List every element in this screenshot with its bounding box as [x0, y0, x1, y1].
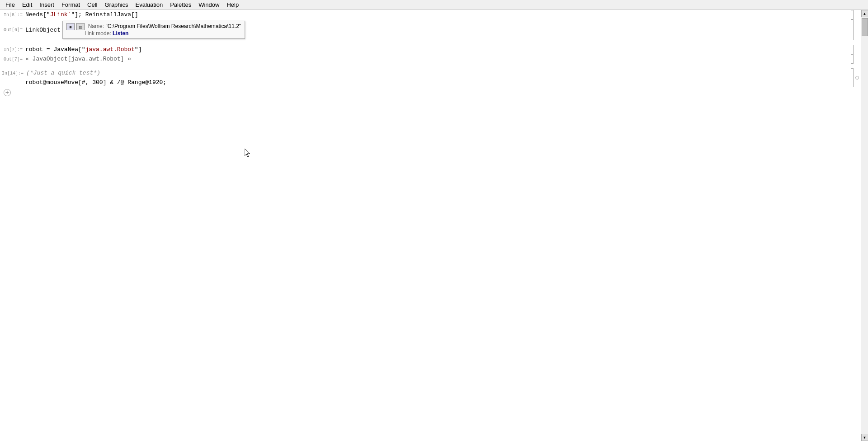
- notebook-content[interactable]: In[8]:= Needs["JLink`"]; ReinstallJava[]…: [0, 10, 861, 441]
- tooltip-mode-label: Link mode:: [85, 30, 113, 37]
- spacer-2: [0, 64, 861, 68]
- menubar: File Edit Insert Format Cell Graphics Ev…: [0, 0, 868, 10]
- tooltip-name-value: "C:\Program Files\Wolfram Research\Mathe…: [105, 23, 241, 29]
- output-code-2: LinkObject: [25, 27, 61, 33]
- cell-bracket-1: [851, 10, 854, 19]
- scroll-up-button[interactable]: ▲: [861, 10, 868, 17]
- code-needs: Needs: [25, 11, 43, 18]
- menu-graphics[interactable]: Graphics: [101, 0, 132, 9]
- menu-format[interactable]: Format: [58, 0, 84, 9]
- code-reinstalljava: ReinstallJava: [85, 11, 131, 18]
- tooltip-icon-2: ▤: [76, 23, 85, 30]
- menu-help[interactable]: Help: [223, 0, 242, 9]
- add-cell-button[interactable]: +: [0, 87, 861, 96]
- cell-bracket-2: [851, 19, 854, 40]
- tooltip-name-label: Name:: [88, 23, 106, 29]
- scroll-track[interactable]: [861, 17, 868, 434]
- output-code-4: « JavaObject[java.awt.Robot] »: [25, 56, 131, 62]
- output-label-4: Out[7]=: [2, 57, 25, 62]
- cell-block-3: In[7]:= robot = JavaNew["java.awt.Robot"…: [0, 45, 861, 54]
- linkobject-tooltip[interactable]: ■ ▤ Name: "C:\Program Files\Wolfram Rese…: [62, 21, 245, 39]
- spacer-1: [0, 40, 861, 45]
- notebook: In[8]:= Needs["JLink`"]; ReinstallJava[]…: [0, 10, 868, 441]
- cell-block-2: Out[6]= LinkObject ■ ▤ Name: "C:\Program…: [0, 19, 861, 40]
- tooltip-mode-value: Listen: [113, 30, 128, 37]
- output-cell-4: Out[7]= « JavaObject[java.awt.Robot] »: [0, 54, 847, 64]
- cell-bracket-4: [851, 54, 854, 64]
- menu-file[interactable]: File: [2, 0, 19, 9]
- menu-insert[interactable]: Insert: [36, 0, 58, 9]
- code-jlink-str: JLink`: [50, 11, 71, 18]
- menu-window[interactable]: Window: [195, 0, 223, 9]
- input-cell-1[interactable]: In[8]:= Needs["JLink`"]; ReinstallJava[]: [0, 10, 847, 19]
- cell-bracket-5: [851, 68, 854, 87]
- input-label-1: In[8]:=: [2, 13, 25, 18]
- cell-block-1: In[8]:= Needs["JLink`"]; ReinstallJava[]: [0, 10, 861, 19]
- eval-indicator: [855, 76, 859, 80]
- plus-icon[interactable]: +: [4, 89, 11, 96]
- output-cell-2: Out[6]= LinkObject ■ ▤ Name: "C:\Program…: [0, 19, 847, 40]
- cell-bracket-3: [851, 45, 854, 54]
- menu-cell[interactable]: Cell: [84, 0, 101, 9]
- input-cell-5-line1[interactable]: In[14]:= (*Just a quick test*): [0, 68, 847, 78]
- input-cell-3[interactable]: In[7]:= robot = JavaNew["java.awt.Robot"…: [0, 45, 847, 54]
- tooltip-icon-1: ■: [66, 23, 75, 30]
- input-label-3: In[7]:=: [2, 47, 25, 52]
- cell-block-5: In[14]:= (*Just a quick test*) robot@mou…: [0, 68, 861, 87]
- scroll-thumb[interactable]: [862, 18, 868, 36]
- input-code-5-comment: (*Just a quick test*): [26, 70, 100, 76]
- input-label-5: In[14]:=: [2, 71, 26, 76]
- menu-evaluation[interactable]: Evaluation: [132, 0, 166, 9]
- output-label-2: Out[6]=: [2, 28, 25, 33]
- cell-block-4: Out[7]= « JavaObject[java.awt.Robot] »: [0, 54, 861, 64]
- input-code-5-main: robot@mouseMove[#, 300] & /@ Range@1920;: [25, 79, 166, 86]
- input-cell-5-line2[interactable]: robot@mouseMove[#, 300] & /@ Range@1920;: [0, 78, 847, 87]
- menu-edit[interactable]: Edit: [19, 0, 36, 9]
- scrollbar[interactable]: ▲ ▼: [861, 10, 868, 441]
- input-code-3: robot = JavaNew["java.awt.Robot"]: [25, 46, 142, 53]
- scroll-down-button[interactable]: ▼: [861, 434, 868, 441]
- input-code-1: Needs["JLink`"]; ReinstallJava[]: [25, 11, 138, 18]
- menu-palettes[interactable]: Palettes: [166, 0, 195, 9]
